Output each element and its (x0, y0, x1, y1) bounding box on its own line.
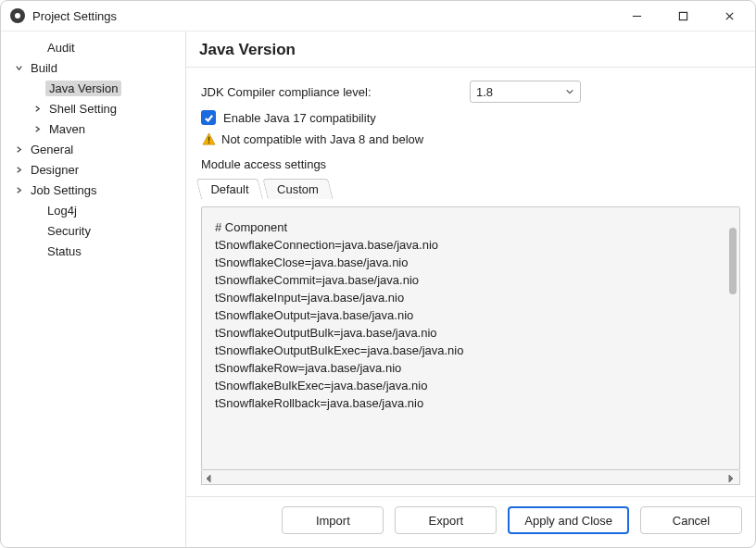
sidebar-item-label: Log4j (44, 203, 81, 218)
chevron-right-icon (12, 163, 25, 176)
sidebar-item-label: Audit (44, 40, 79, 56)
sidebar-item-label: Security (44, 223, 94, 239)
chevron-right-icon (31, 102, 44, 115)
import-button[interactable]: Import (282, 506, 384, 534)
window-title: Project Settings (32, 9, 616, 23)
chevron-right-icon (31, 122, 44, 135)
page-title: Java Version (186, 31, 755, 68)
tab-default[interactable]: Default (196, 179, 264, 199)
sidebar-item-label: Build (27, 60, 61, 76)
sidebar-item-java-version[interactable]: Java Version (1, 78, 185, 98)
sidebar-item-label: Designer (27, 162, 82, 178)
tree-spacer (29, 41, 42, 54)
svg-rect-0 (679, 12, 687, 19)
cancel-button[interactable]: Cancel (640, 506, 742, 534)
enable-java17-label: Enable Java 17 compatibility (223, 111, 376, 125)
sidebar-item-shell-setting[interactable]: Shell Setting (1, 98, 185, 118)
app-icon (10, 8, 25, 23)
chevron-down-icon (565, 87, 574, 96)
sidebar-item-maven[interactable]: Maven (1, 118, 185, 139)
enable-java17-checkbox[interactable] (201, 110, 216, 125)
sidebar: AuditBuildJava VersionShell SettingMaven… (1, 31, 186, 547)
svg-rect-2 (208, 142, 210, 143)
close-button[interactable] (709, 3, 750, 29)
module-access-tabs: Default Custom (201, 179, 740, 199)
jdk-compliance-label: JDK Compiler compliance level: (201, 85, 460, 99)
tree-spacer (29, 224, 42, 237)
tree-spacer (29, 244, 42, 257)
svg-rect-1 (208, 137, 210, 142)
maximize-button[interactable] (662, 3, 703, 29)
warning-icon (202, 132, 216, 146)
sidebar-item-label: Job Settings (27, 182, 101, 198)
export-button[interactable]: Export (395, 506, 497, 534)
sidebar-item-audit[interactable]: Audit (1, 37, 185, 57)
settings-tree: AuditBuildJava VersionShell SettingMaven… (1, 37, 185, 261)
tab-custom[interactable]: Custom (262, 179, 333, 199)
minimize-button[interactable] (616, 3, 657, 29)
sidebar-item-build[interactable]: Build (1, 57, 185, 78)
chevron-right-icon (12, 143, 25, 156)
titlebar: Project Settings (1, 1, 755, 31)
sidebar-item-status[interactable]: Status (1, 241, 185, 261)
module-access-editor[interactable]: # Component tSnowflakeConnection=java.ba… (201, 206, 740, 470)
module-access-text: # Component tSnowflakeConnection=java.ba… (215, 220, 463, 410)
tree-spacer (31, 81, 44, 94)
jdk-compliance-value: 1.8 (476, 85, 493, 99)
chevron-down-icon (12, 61, 25, 74)
jdk-compliance-select[interactable]: 1.8 (470, 81, 581, 103)
sidebar-item-general[interactable]: General (1, 139, 185, 159)
sidebar-item-label: Java Version (45, 81, 121, 96)
scroll-right-icon (726, 472, 737, 483)
warning-text: Not compatible with Java 8 and below (221, 132, 423, 146)
apply-and-close-button[interactable]: Apply and Close (508, 506, 629, 534)
sidebar-item-label: Shell Setting (45, 101, 120, 117)
vertical-scrollbar[interactable] (729, 228, 737, 294)
sidebar-item-label: General (27, 142, 77, 157)
sidebar-item-designer[interactable]: Designer (1, 159, 185, 180)
sidebar-item-security[interactable]: Security (1, 220, 185, 241)
chevron-right-icon (12, 183, 25, 196)
sidebar-item-label: Status (44, 243, 85, 259)
tree-spacer (29, 204, 42, 217)
dialog-footer: Import Export Apply and Close Cancel (186, 496, 755, 547)
sidebar-item-job-settings[interactable]: Job Settings (1, 180, 185, 200)
main-panel: Java Version JDK Compiler compliance lev… (186, 31, 755, 547)
checkmark-icon (204, 113, 214, 123)
sidebar-item-log4j[interactable]: Log4j (1, 200, 185, 220)
module-access-label: Module access settings (201, 157, 740, 171)
horizontal-scrollbar[interactable] (201, 470, 740, 485)
scroll-left-icon (204, 472, 215, 483)
sidebar-item-label: Maven (45, 121, 89, 137)
